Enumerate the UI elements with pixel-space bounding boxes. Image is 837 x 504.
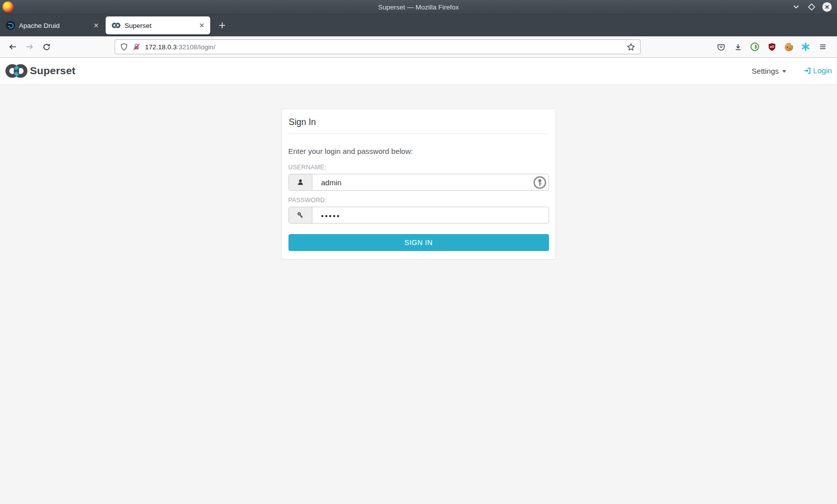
url-text: 172.18.0.3:32108/login/ [145,43,622,51]
shield-icon[interactable] [120,43,128,51]
superset-favicon-icon [112,22,121,28]
password-addon [289,207,312,223]
page-content: Sign In Enter your login and password be… [0,109,837,504]
chevron-down-icon [782,70,786,73]
user-icon [296,178,304,186]
reload-button[interactable] [38,39,55,55]
sign-in-button[interactable]: SIGN IN [288,234,549,251]
url-bar[interactable]: 172.18.0.3:32108/login/ [115,39,641,54]
password-input[interactable] [312,207,549,223]
sign-in-card: Sign In Enter your login and password be… [281,109,556,259]
tab-superset[interactable]: Superset [106,16,210,34]
username-label: USERNAME: [288,164,549,171]
settings-label: Settings [752,67,779,75]
pocket-icon[interactable] [712,39,729,55]
firefox-icon [2,1,13,12]
minimize-button[interactable] [791,1,802,12]
close-button[interactable] [822,1,833,12]
sign-in-icon [803,67,812,75]
username-input-group [288,174,549,191]
tab-close-icon[interactable] [197,21,206,30]
tab-apache-druid[interactable]: Apache Druid [0,16,105,34]
superset-logo-link[interactable]: Superset [5,64,75,78]
username-input[interactable] [312,174,549,190]
extension-green-icon[interactable] [746,39,763,55]
tab-label: Superset [125,22,193,29]
tab-label: Apache Druid [19,22,88,29]
download-icon[interactable] [729,39,746,55]
window-titlebar: Superset — Mozilla Firefox [0,0,837,14]
key-icon [296,211,304,219]
superset-logo-icon [5,64,28,78]
tab-close-icon[interactable] [92,21,101,30]
password-label: PASSWORD: [288,197,549,204]
password-input-group [288,207,549,224]
extension-asterisk-icon[interactable] [797,39,814,55]
cookie-extension-icon[interactable] [780,39,797,55]
card-title: Sign In [282,109,556,133]
lock-slash-icon[interactable] [133,43,140,51]
app-header: Superset Settings Login [0,58,837,84]
forward-button[interactable] [21,39,38,55]
login-label: Login [813,66,832,75]
login-link[interactable]: Login [803,66,832,75]
ublock-origin-icon[interactable]: uO [763,39,780,55]
druid-favicon-icon [6,21,15,30]
tab-bar: Apache Druid Superset [0,14,837,36]
maximize-button[interactable] [806,1,817,12]
window-title: Superset — Mozilla Firefox [0,3,837,11]
brand-name: Superset [30,65,75,77]
password-manager-icon[interactable] [533,176,547,189]
card-subtitle: Enter your login and password below: [288,147,549,155]
bookmark-star-icon[interactable] [627,43,635,51]
back-button[interactable] [4,39,21,55]
navigation-toolbar: 172.18.0.3:32108/login/ [0,36,837,58]
app-menu-icon[interactable] [814,39,831,55]
svg-text:uO: uO [770,45,774,48]
new-tab-button[interactable] [215,18,230,33]
username-addon [289,174,312,190]
settings-menu[interactable]: Settings [752,67,786,75]
